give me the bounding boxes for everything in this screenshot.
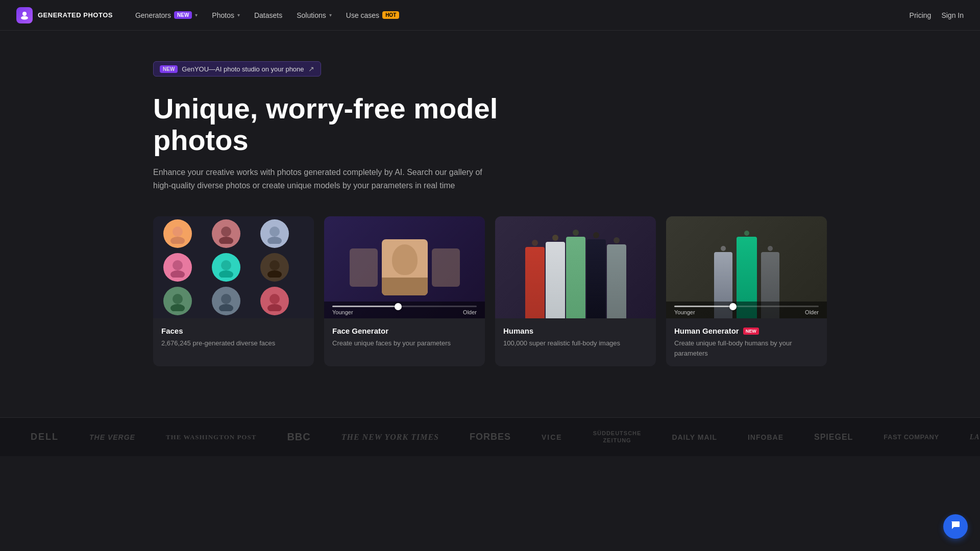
face-gen-side-left xyxy=(350,248,378,287)
faces-card-desc: 2,676,245 pre-generated diverse faces xyxy=(161,338,306,348)
human-figure-5 xyxy=(607,237,626,318)
press-repubblica: la Repubblica xyxy=(970,433,980,441)
pricing-link[interactable]: Pricing xyxy=(910,11,932,19)
press-vice: VICE xyxy=(542,433,562,441)
nav-photos[interactable]: Photos ▾ xyxy=(206,8,246,22)
human-gen-card-title: Human Generator New xyxy=(674,327,819,335)
promo-text: GenYOU—AI photo studio on your phone xyxy=(182,65,304,73)
svg-point-19 xyxy=(267,304,282,311)
promo-badge[interactable]: New GenYOU—AI photo studio on your phone… xyxy=(153,61,321,77)
generators-badge: New xyxy=(174,11,192,19)
nav-solutions-label: Solutions xyxy=(297,11,326,19)
svg-point-3 xyxy=(170,237,185,244)
avatar-6 xyxy=(260,253,289,282)
promo-arrow-icon: ↗ xyxy=(308,65,314,73)
human-figure-4 xyxy=(586,232,606,318)
nav-photos-label: Photos xyxy=(212,11,234,19)
avatar-8 xyxy=(212,287,240,315)
svg-point-11 xyxy=(219,270,233,278)
face-gen-slider-younger: Younger xyxy=(332,309,353,315)
svg-point-2 xyxy=(173,227,183,237)
use-cases-badge: Hot xyxy=(382,11,399,19)
press-daily-mail: Daily Mail xyxy=(672,433,717,441)
human-gen-slider-older: Older xyxy=(805,309,819,315)
press-logos-row: DELL THE VERGE The Washington Post BBC T… xyxy=(0,430,980,443)
face-gen-side-right xyxy=(432,248,460,287)
human-gen-card-desc: Create unique full-body humans by your p… xyxy=(674,338,819,358)
press-section: DELL THE VERGE The Washington Post BBC T… xyxy=(0,417,980,456)
nav-use-cases[interactable]: Use cases Hot xyxy=(340,8,405,22)
nav-generators-label: Generators xyxy=(135,11,171,19)
logo-text: Generated Photos xyxy=(38,11,113,19)
faces-card[interactable]: Faces 2,676,245 pre-generated diverse fa… xyxy=(153,216,314,366)
svg-point-14 xyxy=(173,294,183,304)
human-gen-card-image: Younger Older xyxy=(666,216,827,318)
faces-card-info: Faces 2,676,245 pre-generated diverse fa… xyxy=(153,318,314,357)
hero-description: Enhance your creative works with photos … xyxy=(153,166,485,192)
face-gen-slider-fill xyxy=(332,306,397,307)
face-gen-slider-labels: Younger Older xyxy=(332,309,477,315)
avatar-3 xyxy=(260,219,289,248)
promo-badge-label: New xyxy=(160,65,178,73)
press-fast-company: FAST COMPANY xyxy=(884,433,939,441)
human-gen-slider-labels: Younger Older xyxy=(674,309,819,315)
generators-chevron-icon: ▾ xyxy=(195,12,198,18)
face-gen-slider-thumb[interactable] xyxy=(395,303,402,310)
press-forbes: Forbes xyxy=(470,432,511,442)
human-generator-card[interactable]: Younger Older Human Generator New Create… xyxy=(666,216,827,366)
humans-card-info: Humans 100,000 super realistic full-body… xyxy=(495,318,656,357)
svg-point-7 xyxy=(267,237,282,244)
human-figure-3 xyxy=(566,230,585,318)
svg-point-18 xyxy=(270,294,280,304)
chat-button[interactable] xyxy=(943,514,968,539)
avatar-5 xyxy=(212,253,240,282)
svg-point-13 xyxy=(267,270,282,278)
face-generator-card[interactable]: Younger Older Face Generator Create uniq… xyxy=(324,216,485,366)
press-sz: SüddeutscheZeitung xyxy=(593,430,642,443)
face-gen-card-title: Face Generator xyxy=(332,327,477,335)
human-gen-slider: Younger Older xyxy=(666,302,827,318)
human-gen-slider-track xyxy=(674,306,819,307)
faces-card-title: Faces xyxy=(161,327,306,335)
faces-avatar-grid xyxy=(153,216,314,318)
human-gen-slider-fill xyxy=(674,306,732,307)
nav-generators[interactable]: Generators New ▾ xyxy=(129,8,204,22)
human-gen-slider-younger: Younger xyxy=(674,309,695,315)
navigation: Generated Photos Generators New ▾ Photos… xyxy=(0,0,980,31)
svg-point-8 xyxy=(173,260,183,270)
human-gen-card-info: Human Generator New Create unique full-b… xyxy=(666,318,827,366)
nav-datasets[interactable]: Datasets xyxy=(248,8,288,22)
svg-point-17 xyxy=(219,304,233,311)
avatar-2 xyxy=(212,219,240,248)
human-figure-1 xyxy=(525,240,545,318)
svg-point-10 xyxy=(221,260,231,270)
logo[interactable]: Generated Photos xyxy=(16,7,113,23)
svg-point-5 xyxy=(219,237,233,244)
nav-datasets-label: Datasets xyxy=(254,11,282,19)
humans-card-title: Humans xyxy=(503,327,648,335)
nav-solutions[interactable]: Solutions ▾ xyxy=(290,8,338,22)
avatar-9 xyxy=(260,287,289,315)
face-gen-card-info: Face Generator Create unique faces by yo… xyxy=(324,318,485,357)
face-generator-image: Younger Older xyxy=(324,216,485,318)
solutions-chevron-icon: ▾ xyxy=(329,12,332,18)
human-figure-2 xyxy=(546,235,565,318)
press-wapo: The Washington Post xyxy=(166,433,256,441)
svg-point-9 xyxy=(170,270,185,278)
photos-chevron-icon: ▾ xyxy=(237,12,240,18)
svg-point-16 xyxy=(221,294,231,304)
press-verge: THE VERGE xyxy=(89,433,135,441)
press-bbc: BBC xyxy=(287,431,310,443)
svg-point-1 xyxy=(21,16,28,19)
logo-icon xyxy=(16,7,33,23)
face-gen-card-desc: Create unique faces by your parameters xyxy=(332,338,477,348)
hero-headline: Unique, worry-free model photos xyxy=(153,93,536,156)
press-nyt: The New York Times xyxy=(341,433,439,442)
press-spiegel: SPIEGEL xyxy=(814,433,853,442)
humans-card-desc: 100,000 super realistic full-body images xyxy=(503,338,648,348)
press-infobae: infobae xyxy=(748,433,783,441)
signin-link[interactable]: Sign In xyxy=(941,11,964,19)
humans-card-image xyxy=(495,216,656,318)
humans-card[interactable]: Humans 100,000 super realistic full-body… xyxy=(495,216,656,366)
human-gen-slider-thumb[interactable] xyxy=(729,303,737,310)
